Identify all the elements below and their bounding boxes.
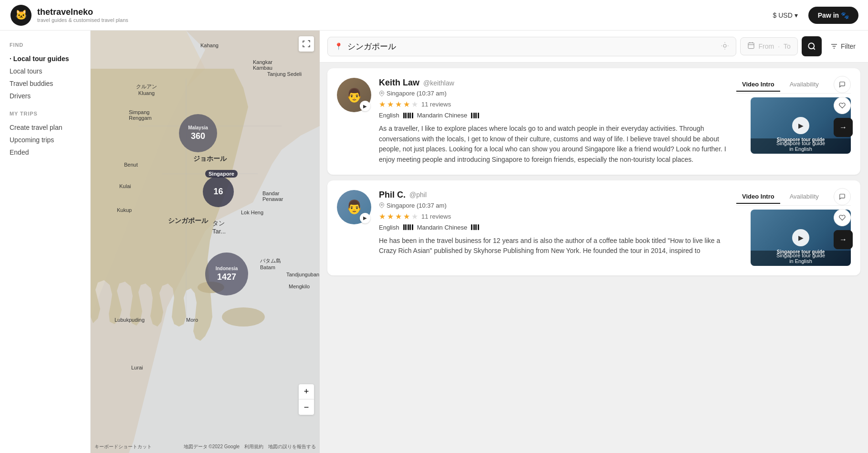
search-icon — [807, 42, 816, 51]
tab-availability-phil[interactable]: Availability — [784, 190, 825, 204]
weather-icon — [721, 42, 729, 52]
header-left: 🐱 thetravelneko travel guides & customis… — [10, 4, 128, 27]
card-actions-keith: → — [834, 76, 853, 137]
cluster-indonesia-count: 1427 — [217, 272, 236, 282]
view-button-phil[interactable]: → — [834, 230, 853, 249]
star-1: ★ — [379, 100, 386, 109]
cluster-singapore-count: 16 — [213, 187, 223, 197]
avatar-play-button-phil[interactable]: ▶ — [360, 213, 370, 223]
cluster-indonesia[interactable]: Indonesia 1427 — [205, 253, 248, 295]
cluster-malaysia-label: Malaysia — [188, 125, 208, 130]
paw-in-button[interactable]: Paw in 🐾 — [808, 7, 858, 24]
favorite-button-keith[interactable] — [834, 97, 851, 114]
star-3-phil: ★ — [395, 212, 402, 221]
logo-text-block: thetravelneko travel guides & customised… — [37, 7, 128, 23]
header-right: $ USD ▾ Paw in 🐾 — [768, 7, 858, 24]
header: 🐱 thetravelneko travel guides & customis… — [0, 0, 868, 31]
guide-name-keith: Keith Law — [379, 78, 419, 88]
search-date-input[interactable]: From · To — [740, 37, 798, 55]
guide-location-keith: Singapore (10:37 am) — [379, 90, 729, 97]
guide-stars-keith: ★ ★ ★ ★ ★ 11 reviews — [379, 100, 729, 109]
star-4-phil: ★ — [403, 212, 410, 221]
singapore-badge: Singapore — [205, 170, 238, 178]
reviews-count-keith: 11 reviews — [421, 101, 451, 108]
search-bar-container: 📍 シンガポール From · To — [320, 31, 868, 63]
sidebar-item-local-tours[interactable]: Local tours — [10, 65, 81, 77]
cluster-malaysia[interactable]: Malaysia 360 — [179, 114, 217, 152]
map-zoom-controls: + − — [299, 384, 314, 415]
guides-list: 👨 ▶ Keith Law @keithlaw Singapore (10:37… — [320, 63, 868, 281]
tab-video-intro-phil[interactable]: Video Intro — [736, 190, 780, 204]
avatar-play-button-keith[interactable]: ▶ — [360, 101, 370, 111]
heart-icon — [839, 102, 846, 109]
guide-name-row-phil: Phil C. @phil — [379, 190, 729, 200]
map-zoom-in-button[interactable]: + — [299, 384, 314, 400]
map-zoom-out-button[interactable]: − — [299, 400, 314, 415]
guide-location-text-keith: Singapore (10:37 am) — [387, 90, 447, 97]
guide-info-keith: Keith Law @keithlaw Singapore (10:37 am)… — [379, 78, 729, 165]
sidebar-item-ended[interactable]: Ended — [10, 146, 81, 158]
svg-point-19 — [381, 92, 383, 94]
lang-bars-english-phil — [403, 224, 413, 230]
guide-name-row-keith: Keith Law @keithlaw — [379, 78, 729, 88]
star-5-phil: ★ — [411, 212, 418, 221]
location-pin-icon: 📍 — [335, 42, 343, 50]
guide-languages-phil: English Mandarin Chinese — [379, 224, 729, 231]
sidebar-item-local-tour-guides[interactable]: Local tour guides — [10, 53, 81, 65]
svg-point-14 — [808, 43, 814, 49]
search-location-input[interactable]: 📍 シンガポール — [327, 37, 736, 56]
svg-text:🐱: 🐱 — [15, 9, 27, 21]
lang-bars-english-keith — [403, 113, 413, 118]
calendar-icon — [747, 42, 755, 51]
cluster-singapore[interactable]: 16 — [203, 176, 234, 207]
favorite-button-phil[interactable] — [834, 209, 851, 226]
card-actions-phil: → — [834, 188, 853, 249]
lang-mandarin-phil: Mandarin Chinese — [417, 224, 468, 231]
reviews-count-phil: 11 reviews — [421, 213, 451, 220]
sidebar-item-upcoming-trips[interactable]: Upcoming trips — [10, 134, 81, 146]
video-thumb-text-phil: Singapore tour guide — [751, 249, 851, 254]
guide-location-phil: Singapore (10:37 am) — [379, 202, 729, 209]
view-button-keith[interactable]: → — [834, 118, 853, 137]
sidebar: FIND Local tour guides Local tours Trave… — [0, 31, 91, 453]
guide-card-keith: 👨 ▶ Keith Law @keithlaw Singapore (10:37… — [327, 68, 860, 175]
logo-icon: 🐱 — [10, 4, 32, 27]
tab-video-intro-keith[interactable]: Video Intro — [736, 78, 780, 92]
filter-label: Filter — [841, 42, 856, 50]
guide-handle-keith: @keithlaw — [423, 79, 454, 87]
location-pin-icon-phil — [379, 202, 385, 208]
chat-button-keith[interactable] — [834, 76, 851, 93]
main-layout: FIND Local tour guides Local tours Trave… — [0, 31, 868, 453]
logo-subtitle: travel guides & customised travel plans — [37, 17, 128, 23]
cluster-indonesia-label: Indonesia — [216, 266, 238, 271]
guide-avatar-phil: 👨 ▶ — [337, 190, 371, 224]
my-trips-label: MY TRIPS — [10, 111, 81, 116]
search-location-text: シンガポール — [347, 41, 396, 52]
sidebar-item-travel-buddies[interactable]: Travel buddies — [10, 77, 81, 90]
star-4: ★ — [403, 100, 410, 109]
guide-languages-keith: English Mandarin Chinese — [379, 112, 729, 119]
guide-description-phil: He has been in the travel business for 1… — [379, 236, 729, 256]
chat-button-phil[interactable] — [834, 188, 851, 205]
chat-icon-phil — [839, 193, 846, 200]
currency-label: $ USD — [773, 11, 793, 19]
star-2-phil: ★ — [387, 212, 394, 221]
video-play-overlay-phil[interactable]: ▶ — [792, 229, 809, 246]
guide-card-phil: 👨 ▶ Phil C. @phil Singapore (10:37 am) ★ — [327, 180, 860, 275]
video-thumb-text-keith: Singapore tour guide — [751, 137, 851, 142]
sidebar-item-create-travel-plan[interactable]: Create travel plan — [10, 121, 81, 134]
map-fullscreen-button[interactable] — [299, 36, 314, 52]
search-submit-button[interactable] — [802, 36, 822, 56]
map-area[interactable]: Kahang クルアンKluang KangkarKambau Tanjung … — [91, 31, 320, 453]
filter-button[interactable]: Filter — [826, 40, 860, 53]
chevron-down-icon: ▾ — [795, 11, 798, 19]
lang-bars-mandarin-keith — [471, 113, 479, 118]
map-keyboard-shortcut: キーボードショートカット — [94, 443, 152, 450]
map-data-credit: 地図データ ©2022 Google 利用規約 地図の誤りを報告する — [184, 443, 316, 450]
tab-availability-keith[interactable]: Availability — [784, 78, 825, 92]
sidebar-item-drivers[interactable]: Drivers — [10, 90, 81, 102]
currency-selector[interactable]: $ USD ▾ — [768, 9, 803, 22]
cluster-malaysia-count: 360 — [191, 131, 205, 141]
video-play-overlay-keith[interactable]: ▶ — [792, 117, 809, 134]
lang-english-keith: English — [379, 112, 399, 119]
